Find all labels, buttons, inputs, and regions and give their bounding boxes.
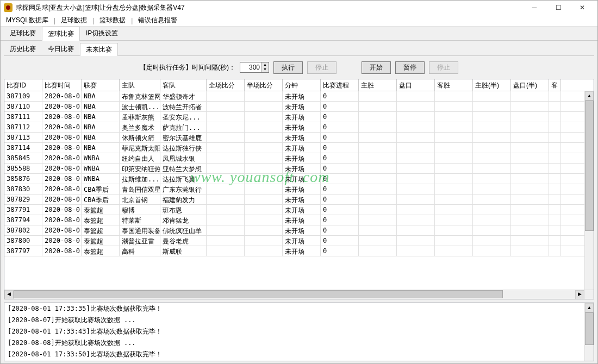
col-header[interactable]: 分钟	[283, 79, 321, 91]
cell	[245, 153, 283, 163]
tab-basketball[interactable]: 篮球比赛	[42, 27, 80, 41]
table-row[interactable]: 3871132020-08-0...NBA休斯顿火箭密尔沃基雄鹿未开场0	[4, 133, 594, 143]
cell: 2020-08-0...	[42, 122, 82, 132]
panel: 历史比赛 今日比赛 未来比赛 【定时执行任务】时间间隔(秒)： ▲ ▼ 执行 停…	[1, 41, 597, 363]
cell: 高科	[120, 246, 160, 256]
cell: 萨克拉门...	[160, 122, 207, 132]
cell: 2020-08-0...	[42, 194, 82, 204]
cell	[549, 164, 561, 173]
table-row[interactable]: 3877972020-08-0...泰篮超高科斯威联未开场0	[4, 246, 594, 256]
menu-mysql[interactable]: MYSQL数据库	[3, 15, 52, 26]
table-row[interactable]: 3871092020-08-0...NBA布鲁克林篮网华盛顿奇才未开场0	[4, 91, 594, 102]
table-row[interactable]: 3878002020-08-0...泰篮超潮普拉亚雷曼谷老虎未开场0	[4, 236, 594, 246]
menu-basketball[interactable]: 篮球数据	[96, 15, 129, 26]
maximize-button[interactable]: ☐	[546, 1, 570, 15]
vertical-scrollbar[interactable]: ▲	[584, 91, 594, 290]
menu-error[interactable]: 错误信息报警	[135, 15, 180, 26]
cell	[359, 102, 397, 111]
cell	[511, 133, 549, 142]
scroll-up-icon[interactable]: ▲	[585, 91, 594, 101]
cell: 2020-08-0...	[42, 205, 82, 215]
cell: 未开场	[283, 164, 321, 173]
table-row[interactable]: 3877942020-08-0...泰篮超特莱斯邓肯猛龙未开场0	[4, 215, 594, 225]
window-title: 球探网足球[亚盘大小盘]篮球[让分盘总分盘]数据采集器V47	[16, 3, 522, 12]
table-row[interactable]: 3871112020-08-0...NBA孟菲斯灰熊圣安东尼...未开场0	[4, 112, 594, 122]
scroll-thumb[interactable]	[585, 101, 594, 231]
cell	[397, 112, 435, 122]
cell	[397, 153, 435, 163]
cell	[549, 133, 561, 142]
start-button[interactable]: 开始	[362, 61, 391, 74]
log-scroll-up-icon[interactable]: ▲	[585, 303, 594, 312]
close-button[interactable]: ✕	[570, 1, 594, 15]
table-row[interactable]: 3871102020-08-0...NBA波士顿凯...波特兰开拓者未开场0	[4, 102, 594, 112]
col-header[interactable]: 客队	[160, 79, 207, 91]
subtab-history[interactable]: 历史比赛	[4, 42, 42, 55]
cell	[207, 91, 245, 101]
col-header[interactable]: 全场比分	[207, 79, 245, 91]
col-header[interactable]: 盘口	[397, 79, 435, 91]
cell: 泰篮超	[82, 215, 120, 225]
cell: 佛统疯狂山羊	[160, 225, 207, 235]
interval-spinner[interactable]: ▲ ▼	[240, 62, 269, 73]
table-row[interactable]: 3878292020-08-0...CBA季后北京首钢福建豹发力未开场0	[4, 194, 594, 205]
interval-input[interactable]	[240, 64, 261, 71]
minimize-button[interactable]: ─	[522, 1, 546, 15]
cell	[511, 205, 549, 215]
pause-button[interactable]: 暂停	[395, 61, 425, 74]
col-header[interactable]: 客	[549, 79, 561, 91]
table-row[interactable]: 3871142020-08-0...NBA菲尼克斯太阳达拉斯独行侠未开场0	[4, 143, 594, 153]
col-header[interactable]: 盘口(半)	[511, 79, 549, 91]
subtab-today[interactable]: 今日比赛	[42, 42, 80, 55]
col-header[interactable]: 主队	[120, 79, 160, 91]
cell: 2020-08-0...	[42, 184, 82, 194]
menu-football[interactable]: 足球数据	[58, 15, 90, 26]
col-header[interactable]: 主胜	[359, 79, 397, 91]
cell: 未开场	[283, 143, 321, 153]
col-header[interactable]: 联赛	[82, 79, 120, 91]
stop2-button[interactable]: 停止	[429, 61, 458, 74]
spin-up-icon[interactable]: ▲	[261, 62, 269, 67]
cell: 2020-08-0...	[42, 246, 82, 256]
tab-football[interactable]: 足球比赛	[4, 26, 42, 40]
table-row[interactable]: 3877912020-08-0...泰篮超穆博班布恩未开场0	[4, 205, 594, 215]
table-row[interactable]: 3871122020-08-0...NBA奥兰多魔术萨克拉门...未开场0	[4, 122, 594, 133]
col-header[interactable]: 半场比分	[245, 79, 283, 91]
cell	[435, 164, 473, 173]
cell	[473, 236, 511, 246]
log-scrollbar[interactable]: ▲	[584, 303, 594, 361]
subtab-future[interactable]: 未来比赛	[80, 43, 118, 56]
cell: CBA季后	[82, 184, 120, 194]
cell	[511, 246, 549, 256]
table-row[interactable]: 3878022020-08-0...泰篮超泰国通用装备佛统疯狂山羊未开场0	[4, 225, 594, 236]
cell	[207, 143, 245, 153]
horizontal-scrollbar[interactable]: ◀ ▶	[4, 290, 594, 299]
cell	[435, 184, 473, 194]
table-row[interactable]: 3855882020-08-0...WNBA印第安纳狂热亚特兰大梦想未开场0	[4, 164, 594, 174]
table-row[interactable]: 3858762020-08-0...WNBA拉斯维加...达拉斯飞翼未开场0	[4, 174, 594, 184]
cell	[207, 215, 245, 225]
cell: 邓肯猛龙	[160, 215, 207, 225]
scroll-left-icon[interactable]: ◀	[4, 290, 14, 299]
scroll-right-icon[interactable]: ▶	[575, 290, 584, 299]
cell	[245, 102, 283, 111]
cell	[511, 236, 549, 246]
execute-button[interactable]: 执行	[273, 61, 303, 74]
cell: 0	[321, 102, 359, 111]
col-header[interactable]: 客胜	[435, 79, 473, 91]
col-header[interactable]: 主胜(半)	[473, 79, 511, 91]
log-scroll-thumb[interactable]	[585, 312, 594, 345]
hscroll-thumb[interactable]	[14, 290, 503, 298]
spin-down-icon[interactable]: ▼	[261, 67, 269, 72]
tab-ip-switch[interactable]: IP切换设置	[80, 26, 124, 40]
col-header[interactable]: 比赛进程	[321, 79, 359, 91]
table-row[interactable]: 3878302020-08-0...CBA季后青岛国信双星广东东莞银行未开场0	[4, 184, 594, 194]
cell: WNBA	[82, 164, 120, 173]
table-row[interactable]: 3858452020-08-0...WNBA纽约自由人凤凰城水银未开场0	[4, 153, 594, 164]
sub-tabs: 历史比赛 今日比赛 未来比赛	[4, 43, 594, 56]
log-line: [2020-08-08]开始获取比赛场次数据 ...	[4, 337, 594, 349]
cell: 0	[321, 225, 359, 235]
col-header[interactable]: 比赛时间	[42, 79, 82, 91]
col-header[interactable]: 比赛ID	[4, 79, 42, 91]
stop1-button[interactable]: 停止	[307, 61, 337, 74]
